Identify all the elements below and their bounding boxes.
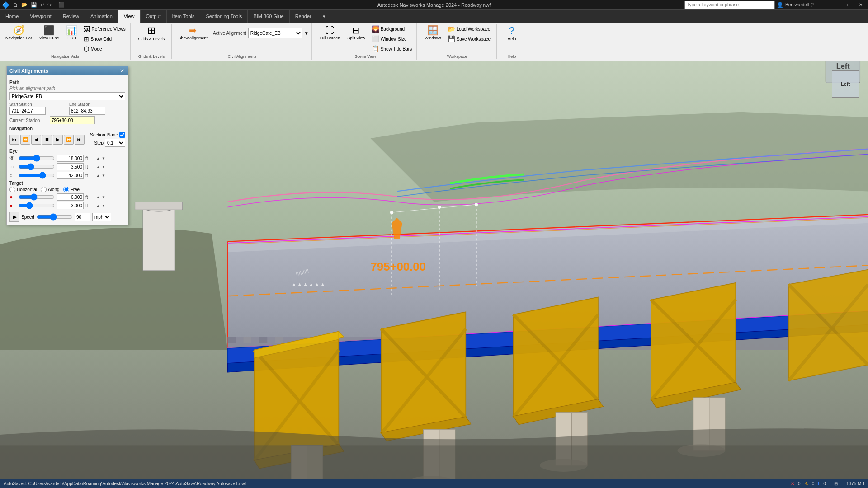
redo-btn[interactable]: ↪ [46,2,53,8]
nav-prev-btn[interactable]: ◀ [31,135,41,145]
save-btn[interactable]: 💾 [29,2,38,8]
speed-value[interactable] [75,213,90,221]
save-workspace-label: Save Workspace [457,37,491,42]
civil-panel-header[interactable]: Civil Alignments ✕ [7,66,128,75]
civil-panel-close-btn[interactable]: ✕ [119,68,125,74]
target-y-spin-up[interactable]: ▲ [96,204,100,208]
eye-z-row: ↕ ft ▲ ▼ [9,172,125,179]
target-y-slider[interactable] [19,202,55,209]
active-alignment-select[interactable]: RidgeGate_EB [248,28,302,38]
tab-view[interactable]: View [118,10,141,23]
tab-item-tools[interactable]: Item Tools [167,10,201,23]
tab-animation[interactable]: Animation [85,10,118,23]
window-size-btn[interactable]: ⬜ Window Size [370,34,414,43]
eye-y-value[interactable] [57,163,84,170]
eye-x-spin-up[interactable]: ▲ [96,156,100,160]
eye-y-spin-up[interactable]: ▲ [96,165,100,169]
target-x-spin-up[interactable]: ▲ [96,195,100,199]
target-y-row: ● ft ▲ ▼ [9,202,125,209]
help-icon[interactable]: ? [811,2,814,8]
windows-btn[interactable]: 🪟 Windows [422,24,444,42]
mode-btn[interactable]: ⬡ Mode [82,44,127,53]
tab-bim360[interactable]: BIM 360 Glue [248,10,289,23]
path-label: Path [9,80,125,85]
load-workspace-btn[interactable]: 📂 Load Workspace [446,24,492,33]
eye-z-value[interactable] [57,172,84,179]
eye-y-spin-dn[interactable]: ▼ [102,165,105,169]
target-y-value[interactable] [57,202,84,209]
full-screen-icon: ⛶ [326,26,335,35]
tab-render[interactable]: Render [290,10,317,23]
target-free-label: Free [71,187,80,192]
start-station-input[interactable] [9,107,46,115]
nav-cube[interactable]: Left [832,70,859,98]
eye-z-slider[interactable] [19,172,55,178]
hud-btn[interactable]: 📊 HUD [63,24,80,42]
section-plane-checkbox[interactable] [119,132,125,138]
current-station-input[interactable] [50,116,95,124]
group-help: ? Help Help [498,23,526,60]
nav-last-btn[interactable]: ⏭ [75,135,85,145]
eye-z-spin-dn[interactable]: ▼ [102,174,105,178]
minimize-btn[interactable]: — [825,0,839,10]
target-y-spin-dn[interactable]: ▼ [102,204,105,208]
view-cube-btn[interactable]: ⬛ View Cube [37,24,61,42]
grids-levels-btn[interactable]: ⊞ Grids & Levels [136,24,168,43]
workspace-label: Workspace [447,53,467,59]
open-btn[interactable]: 📂 [20,2,29,8]
windows-icon: 🪟 [427,26,439,35]
nav-prev-fast-btn[interactable]: ⏪ [20,135,30,145]
maximize-btn[interactable]: □ [839,0,854,10]
show-alignment-btn[interactable]: ➡ Show Alignment [175,24,210,42]
path-select[interactable]: RidgeGate_EB [9,92,125,100]
reference-views-btn[interactable]: 🖼 Reference Views [82,24,127,33]
tab-more[interactable]: ▾ [317,10,331,23]
nav-first-btn[interactable]: ⏮ [9,135,19,145]
nav-next-fast-btn[interactable]: ⏩ [64,135,74,145]
scene-view-items: ⛶ Full Screen ⊟ Split View 🌄 Background … [317,24,414,53]
speed-unit-select[interactable]: mph kph [92,213,111,221]
eye-z-spin-up[interactable]: ▲ [96,174,100,178]
nav-stop-btn[interactable]: ⏹ [42,135,52,145]
close-btn[interactable]: ✕ [854,0,868,10]
eye-x-spin-dn[interactable]: ▼ [102,156,105,160]
tab-review[interactable]: Review [57,10,85,23]
navigation-bar-btn[interactable]: 🧭 Navigation Bar [3,24,35,42]
show-grid-btn[interactable]: ⊞ Show Grid [82,34,127,43]
tab-sectioning-tools[interactable]: Sectioning Tools [200,10,248,23]
new-btn[interactable]: 🗋 [12,2,19,8]
nav-next-btn[interactable]: ▶ [53,135,63,145]
eye-x-slider[interactable] [19,155,55,161]
background-btn[interactable]: 🌄 Background [370,24,414,33]
warning-count: 0 [812,481,815,486]
speed-play-btn[interactable]: ▶ [9,212,19,222]
split-view-btn[interactable]: ⊟ Split View [344,24,368,42]
target-y-unit: ft [85,203,94,208]
tab-viewpoint[interactable]: Viewpoint [24,10,57,23]
target-horizontal-radio[interactable]: Horizontal [9,187,37,192]
save-workspace-btn[interactable]: 💾 Save Workspace [446,34,492,43]
undo-btn[interactable]: ↩ [39,2,46,8]
target-x-value[interactable] [57,193,84,201]
help-btn[interactable]: ? Help [500,24,523,43]
speed-slider[interactable] [37,214,73,220]
tab-home[interactable]: Home [0,10,24,23]
eye-x-value[interactable] [57,155,84,162]
extra-btn[interactable]: ⬛ [57,2,66,8]
step-select[interactable]: 0.1 1.0 [105,139,125,147]
search-input[interactable] [684,1,775,9]
target-x-slider[interactable] [19,194,55,200]
full-screen-btn[interactable]: ⛶ Full Screen [317,24,343,42]
end-station-input[interactable] [69,107,105,115]
show-title-bars-btn[interactable]: 📋 Show Title Bars [370,44,414,53]
viewport[interactable]: 795+00.00 ▲▲▲▲▲▲ IIIIIIIII Left Left Civ… [0,61,868,480]
target-along-radio[interactable]: Along [41,187,60,192]
target-x-spin-dn[interactable]: ▼ [102,195,105,199]
eye-y-slider[interactable] [19,164,55,170]
save-workspace-icon: 💾 [448,35,455,42]
show-title-bars-label: Show Title Bars [381,47,412,52]
tab-output[interactable]: Output [141,10,167,23]
mode-icon: ⬡ [84,45,89,52]
target-free-radio[interactable]: Free [63,187,80,192]
window-size-icon: ⬜ [372,35,379,42]
